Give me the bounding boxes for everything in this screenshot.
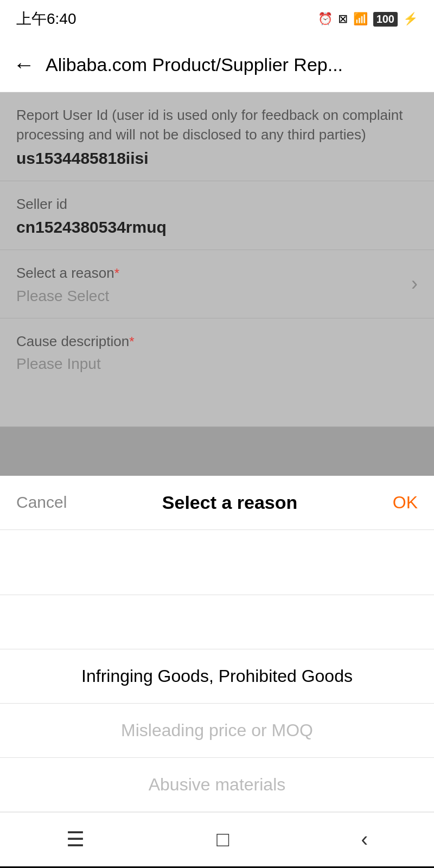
picker-row-1[interactable]: Infringing Goods, Prohibited Goods — [0, 649, 434, 704]
picker-row-0[interactable] — [0, 595, 434, 649]
home-icon[interactable]: □ — [216, 828, 229, 851]
app-bar: ← Alibaba.com Product/Supplier Rep... — [0, 38, 434, 92]
report-user-id-value: us1534485818iisi — [16, 149, 418, 168]
close-square-icon: ⊠ — [338, 12, 348, 26]
seller-id-value: cn1524380534rmuq — [16, 218, 418, 237]
battery-icon: 100 — [373, 12, 398, 27]
picker-item-1: Infringing Goods, Prohibited Goods — [81, 666, 353, 686]
select-reason-label-group: Select a reason* Please Select — [16, 263, 119, 304]
picker-row-2[interactable]: Misleading price or MOQ — [0, 704, 434, 758]
sheet-title: Select a reason — [162, 492, 297, 513]
cause-desc-placeholder: Please Input — [16, 355, 418, 373]
select-reason-placeholder: Please Select — [16, 288, 119, 305]
sheet-ok-button[interactable]: OK — [393, 493, 418, 513]
bolt-icon: ⚡ — [403, 12, 418, 26]
picker-empty-row — [0, 530, 434, 595]
report-user-id-label: Report User Id (user id is used only for… — [16, 105, 418, 145]
picker-item-2: Misleading price or MOQ — [121, 720, 313, 741]
chevron-right-icon: › — [411, 272, 418, 295]
app-title: Alibaba.com Product/Supplier Rep... — [46, 54, 343, 75]
alarm-icon: ⏰ — [318, 12, 333, 26]
status-bar: 上午6:40 ⏰ ⊠ 📶 100 ⚡ — [0, 0, 434, 38]
back-nav-icon[interactable]: ‹ — [361, 828, 368, 851]
form-area: Report User Id (user id is used only for… — [0, 92, 434, 476]
cause-desc-section[interactable]: Cause description* Please Input — [0, 318, 434, 427]
seller-id-section: Seller id cn1524380534rmuq — [0, 181, 434, 250]
menu-icon[interactable]: ☰ — [66, 827, 85, 851]
gray-filler — [0, 427, 434, 476]
cause-desc-label: Cause description* — [16, 331, 418, 351]
bottom-sheet: Cancel Select a reason OK Infringing Goo… — [0, 476, 434, 812]
sheet-cancel-button[interactable]: Cancel — [16, 493, 67, 512]
nav-bar: ☰ □ ‹ — [0, 812, 434, 866]
select-reason-label: Select a reason — [16, 265, 114, 281]
status-icons: ⏰ ⊠ 📶 100 ⚡ — [318, 12, 418, 27]
cause-desc-required: * — [129, 334, 134, 349]
picker-item-3: Abusive materials — [149, 775, 286, 795]
seller-id-label: Seller id — [16, 194, 418, 214]
wifi-icon: 📶 — [353, 12, 368, 26]
cause-desc-label-text: Cause description — [16, 333, 129, 349]
select-reason-section[interactable]: Select a reason* Please Select › — [0, 250, 434, 318]
report-user-id-section: Report User Id (user id is used only for… — [0, 92, 434, 181]
back-button[interactable]: ← — [13, 53, 35, 77]
select-reason-required: * — [114, 266, 119, 280]
picker-row-3[interactable]: Abusive materials — [0, 758, 434, 812]
select-reason-row[interactable]: Select a reason* Please Select › — [16, 263, 418, 304]
status-time: 上午6:40 — [16, 9, 76, 29]
sheet-header: Cancel Select a reason OK — [0, 476, 434, 530]
picker-area: Infringing Goods, Prohibited Goods Misle… — [0, 530, 434, 812]
